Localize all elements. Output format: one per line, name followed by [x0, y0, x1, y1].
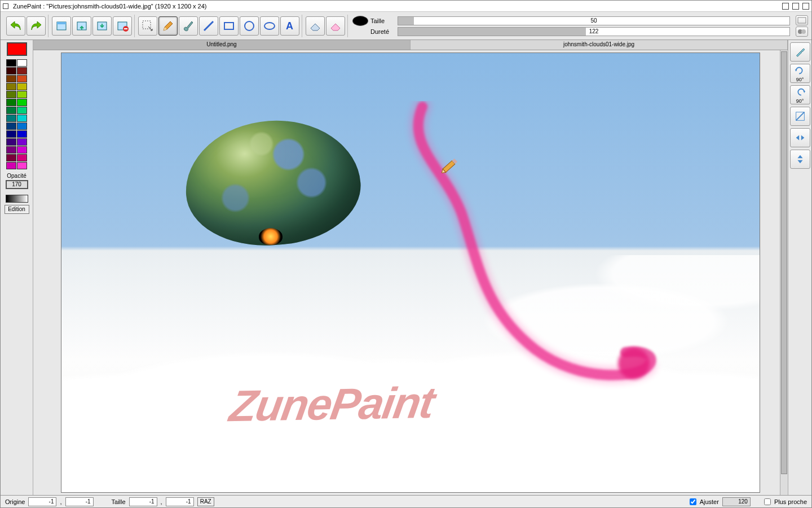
palette-color[interactable] — [17, 59, 27, 67]
maximize-button[interactable] — [792, 3, 799, 10]
raz-button[interactable]: RAZ — [197, 497, 214, 506]
open-image-button[interactable] — [72, 16, 91, 36]
palette-color[interactable] — [6, 122, 16, 130]
soft-eraser-tool[interactable] — [326, 16, 345, 36]
new-image-button[interactable] — [52, 16, 71, 36]
app-window: ZunePaint : "Pictures:johnsmith-clouds01… — [0, 0, 812, 508]
palette-color[interactable] — [6, 154, 16, 161]
palette-color[interactable] — [6, 99, 16, 106]
hardness-label: Dureté — [370, 28, 395, 35]
right-tool-panel: 90° 90° — [788, 40, 811, 495]
palette-color[interactable] — [6, 91, 16, 98]
palette-color[interactable] — [17, 146, 27, 154]
current-color-swatch[interactable] — [7, 42, 27, 56]
flip-diagonal-button[interactable] — [790, 107, 810, 126]
undo-button[interactable] — [6, 16, 25, 36]
svg-line-23 — [796, 112, 804, 121]
palette-color[interactable] — [17, 122, 27, 130]
brush-tool[interactable] — [179, 16, 198, 36]
svg-rect-1 — [57, 22, 66, 24]
size-value: 50 — [590, 17, 597, 25]
delete-image-button[interactable] — [113, 16, 132, 36]
palette-color[interactable] — [17, 75, 27, 82]
palette-color[interactable] — [6, 107, 16, 114]
palette-color[interactable] — [17, 154, 27, 161]
palette-color[interactable] — [6, 138, 16, 146]
edition-button[interactable]: Edition — [5, 205, 29, 214]
circle-tool[interactable] — [240, 16, 259, 36]
pencil-cursor-icon — [439, 157, 458, 176]
rectangle-tool[interactable] — [219, 16, 239, 36]
title-suffix: : "Pictures:johnsmith-clouds01-wide.jpg"… — [41, 3, 206, 10]
gradient-swatch[interactable] — [6, 195, 28, 203]
origin-x-field[interactable]: -1 — [28, 497, 56, 506]
palette-color[interactable] — [17, 130, 27, 138]
system-menu-icon[interactable] — [3, 3, 8, 9]
eyedropper-button[interactable] — [790, 42, 810, 62]
svg-rect-9 — [224, 23, 233, 29]
origin-y-field[interactable]: -1 — [65, 497, 94, 506]
options-a-button[interactable] — [796, 15, 808, 25]
eraser-tool[interactable] — [306, 16, 325, 36]
palette-color[interactable] — [17, 91, 27, 98]
palette-color[interactable] — [17, 107, 27, 114]
palette-color[interactable] — [6, 146, 16, 154]
rotate-cw-label: 90° — [796, 77, 804, 82]
ellipse-tool[interactable] — [260, 16, 279, 36]
canvas-area: Untitled.pngjohnsmith-clouds01-wide.jpg … — [33, 40, 788, 495]
statusbar: Origine -1, -1 Taille -1, -1 RAZ Ajuster… — [1, 495, 811, 507]
palette-color[interactable] — [6, 115, 16, 122]
palette-color[interactable] — [6, 67, 16, 75]
canvas[interactable]: ZunePaint — [61, 52, 760, 493]
document-tab[interactable]: Untitled.png — [33, 40, 411, 50]
size-slider[interactable]: 50 — [398, 16, 790, 25]
options-b-button[interactable] — [796, 27, 808, 37]
fit-label: Ajuster — [700, 498, 719, 505]
balloon-burner-image-region — [259, 228, 283, 245]
brush-preview-icon — [352, 16, 368, 26]
toolbar-right-group — [796, 15, 808, 37]
origin-label: Origine — [5, 498, 25, 505]
window-title: ZunePaint : "Pictures:johnsmith-clouds01… — [13, 3, 782, 10]
line-tool[interactable] — [199, 16, 218, 36]
vertical-scrollbar[interactable] — [780, 50, 788, 495]
palette-color[interactable] — [6, 130, 16, 138]
redo-button[interactable] — [27, 16, 46, 36]
zoom-field[interactable]: 120 — [722, 497, 751, 506]
palette-color[interactable] — [6, 59, 16, 67]
select-tool[interactable] — [138, 16, 157, 36]
pencil-tool[interactable] — [158, 16, 178, 36]
size-w-field[interactable]: -1 — [129, 497, 157, 506]
palette-color[interactable] — [17, 67, 27, 75]
palette-color[interactable] — [17, 83, 27, 90]
text-tool[interactable]: A — [280, 16, 299, 36]
palette-color[interactable] — [17, 115, 27, 122]
palette-color[interactable] — [6, 83, 16, 90]
palette-grid — [6, 59, 27, 169]
save-image-button[interactable] — [92, 16, 112, 36]
palette-color[interactable] — [17, 99, 27, 106]
size-label: Taille — [370, 17, 395, 24]
flip-horizontal-button[interactable] — [790, 128, 810, 147]
document-tabs: Untitled.pngjohnsmith-clouds01-wide.jpg — [33, 40, 788, 50]
flip-vertical-button[interactable] — [790, 150, 810, 169]
document-tab[interactable]: johnsmith-clouds01-wide.jpg — [411, 40, 788, 50]
palette-color[interactable] — [17, 138, 27, 146]
opacity-value[interactable]: 170 — [6, 180, 28, 189]
main-area: Opacité 170 Edition Untitled.pngjohnsmit… — [1, 40, 811, 495]
palette-color[interactable] — [17, 162, 27, 169]
palette-color[interactable] — [6, 75, 16, 82]
palette-color[interactable] — [6, 162, 16, 169]
nearest-checkbox[interactable] — [764, 498, 771, 505]
rotate-ccw-button[interactable]: 90° — [790, 85, 810, 104]
hardness-slider[interactable]: 122 — [398, 27, 790, 36]
svg-line-8 — [204, 21, 213, 30]
titlebar: ZunePaint : "Pictures:johnsmith-clouds01… — [1, 1, 811, 12]
rotate-cw-button[interactable]: 90° — [790, 64, 810, 83]
fit-checkbox[interactable] — [690, 498, 696, 505]
close-button[interactable] — [802, 3, 809, 10]
svg-point-11 — [264, 23, 275, 29]
hardness-value: 122 — [589, 28, 599, 36]
minimize-button[interactable] — [782, 3, 789, 10]
size-h-field[interactable]: -1 — [166, 497, 194, 506]
